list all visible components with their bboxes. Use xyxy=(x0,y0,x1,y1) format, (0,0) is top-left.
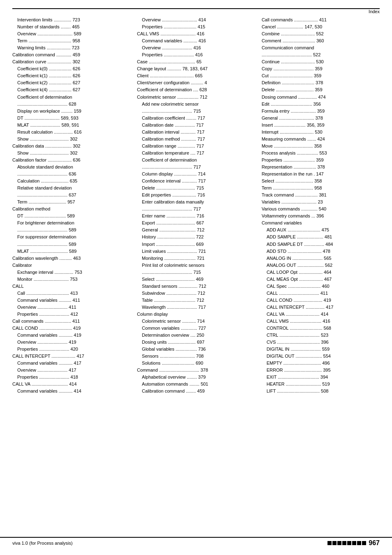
list-item: CVS .................................. 3… xyxy=(262,339,380,346)
list-item: General ............................ 378 xyxy=(262,115,380,122)
list-item: Absolute standard deviation xyxy=(12,164,130,171)
list-item: Coefficient k(1) .................. 626 xyxy=(12,72,130,79)
list-item: Calibration date ................ 717 xyxy=(137,122,255,129)
list-item: Dosing command ............... 474 xyxy=(262,94,380,101)
list-item: General ............................. 71… xyxy=(137,227,255,234)
list-item: Monitor ............................ 753 xyxy=(12,276,130,283)
square-6 xyxy=(352,541,356,545)
list-item: Relative standard deviation xyxy=(12,185,130,192)
list-item: Command variables ........... 417 xyxy=(12,360,130,367)
list-item: Solutions .......................... 690 xyxy=(137,360,255,367)
page-footer: viva 1.0 (for Process analysis) 967 xyxy=(0,537,392,547)
square-8 xyxy=(362,541,366,545)
list-item: CALL COND ....................... 419 xyxy=(262,297,380,304)
list-item: Warning limits ................... 723 xyxy=(12,44,130,51)
list-item: Delete .............................. 35… xyxy=(262,86,380,93)
list-item: Coefficient of determination xyxy=(12,94,130,101)
list-item: Change layout ........... 78, 183, 647 xyxy=(137,65,255,72)
list-item: Combine ........................... 552 xyxy=(262,30,380,37)
list-item: LIFT .................................. … xyxy=(262,388,380,395)
list-item: Overview ............................ 58… xyxy=(12,30,130,37)
top-header: Index xyxy=(12,8,380,14)
list-item: ........................................… xyxy=(137,164,255,171)
list-item: Calibration temperature .... 717 xyxy=(137,150,255,157)
list-item: Export ............................... 6… xyxy=(137,220,255,227)
list-item: Subwindow ........................ 712 xyxy=(137,290,255,297)
list-item: DT ............................ 589, 593 xyxy=(12,115,130,122)
list-item: Number of standards ........ 465 xyxy=(12,23,130,30)
list-item: Cancel ..................... 147, 530 xyxy=(262,23,380,30)
list-item: CALL xyxy=(12,283,130,290)
list-item: Coefficient of determination .... 628 xyxy=(137,86,255,93)
list-item: Client .................................… xyxy=(137,72,255,79)
list-item: Definition .......................... 37… xyxy=(262,79,380,86)
list-item: Calibration factor ................... 6… xyxy=(12,157,130,164)
list-item: Enter calibration data manually xyxy=(137,199,255,206)
list-item: ........................................… xyxy=(137,269,255,276)
list-item: CALL ................................ 41… xyxy=(262,290,380,297)
index-column-1: Intervention limits .............. 723Nu… xyxy=(12,16,134,395)
list-item: Command variables .......... 411 xyxy=(12,297,130,304)
list-item: CONTROL .......................... 568 xyxy=(262,325,380,332)
list-item: Overview ........................ 411 xyxy=(12,304,130,311)
list-item: ADD STD ........................... 478 xyxy=(262,248,380,255)
list-item: Print list of colorimetric sensors xyxy=(137,262,255,269)
list-item: Calibration curve ................... 30… xyxy=(12,58,130,65)
square-3 xyxy=(337,541,341,545)
list-item: Properties ........................ 412 xyxy=(12,311,130,318)
list-item: Command variables ........... 416 xyxy=(137,37,255,44)
page-number: 967 xyxy=(369,539,380,547)
list-item: Term ................................ 95… xyxy=(262,185,380,192)
list-item: Variables ............................ 2… xyxy=(262,199,380,206)
square-1 xyxy=(327,541,332,545)
list-item: Comment .......................... 360 xyxy=(262,37,380,44)
list-item: ........................................… xyxy=(137,108,255,115)
list-item: Insert ......................... 356, 35… xyxy=(262,122,380,129)
list-item: Colorimetric sensor ................. 71… xyxy=(137,94,255,101)
list-item: For suppressor determination xyxy=(12,234,130,240)
list-item: CALL VMS ............................ 41… xyxy=(137,30,255,37)
list-item: Case ...................................… xyxy=(137,58,255,65)
list-item: ANALOG IN ........................ 565 xyxy=(262,255,380,262)
list-item: Limit values ........................ 72… xyxy=(137,248,255,255)
list-item: Sensors ............................ 708 xyxy=(137,353,255,360)
list-item: Column display .................. 714 xyxy=(137,171,255,178)
list-item: Call commands ................... 411 xyxy=(262,16,380,23)
list-item: Common variables ............. 727 xyxy=(137,325,255,332)
list-item: Automation commands ........ 501 xyxy=(137,381,255,388)
list-item: Properties ........................ 420 xyxy=(12,346,130,353)
list-item: Coefficient k(4) .................. 627 xyxy=(12,86,130,93)
list-item: Colorimetric sensor ........... 714 xyxy=(137,318,255,325)
list-item: Term .................................. … xyxy=(12,37,130,44)
list-item: Result calculation ............... 616 xyxy=(12,129,130,136)
list-item: Coefficient of determination xyxy=(137,157,255,164)
list-item: Interrupt ........................... 53… xyxy=(262,129,380,136)
list-item: Overview ........................ 419 xyxy=(12,339,130,346)
list-item: DT ................................. 589 xyxy=(12,213,130,220)
list-item: Calibrator xyxy=(12,262,130,269)
list-item: ........................................… xyxy=(12,227,130,234)
list-item: Call commands ..................... 411 xyxy=(12,318,130,325)
list-item: Delete ............................... 7… xyxy=(137,185,255,192)
list-item: Command ................................… xyxy=(137,367,255,374)
list-item: Edit ................................. 3… xyxy=(262,101,380,108)
index-label: Index xyxy=(369,9,380,14)
list-item: Measuring commands ....... 424 xyxy=(262,136,380,143)
list-item: ADD AUX .......................... 475 xyxy=(262,227,380,234)
list-item: Display on workplace ......... 159 xyxy=(12,108,130,115)
square-4 xyxy=(342,541,346,545)
list-item: Coefficient k(0) .................. 626 xyxy=(12,65,130,72)
list-item: Import ............................... 6… xyxy=(137,241,255,248)
list-item: Track command .................. 381 xyxy=(262,192,380,199)
list-item: HEATER ............................ 519 xyxy=(262,381,380,388)
list-item: Cut .................................. 3… xyxy=(262,72,380,79)
list-item: ........................................… xyxy=(12,101,130,108)
list-item: Calibration method xyxy=(12,206,130,213)
square-2 xyxy=(332,541,337,545)
list-item: Command variables ........... 419 xyxy=(12,332,130,339)
list-item: Calibration command ........ 459 xyxy=(137,388,255,395)
list-item: Properties .......................... 41… xyxy=(137,23,255,30)
square-7 xyxy=(357,541,361,545)
list-item: Continue ........................... 530 xyxy=(262,58,380,65)
footer-right: 967 xyxy=(327,539,380,547)
